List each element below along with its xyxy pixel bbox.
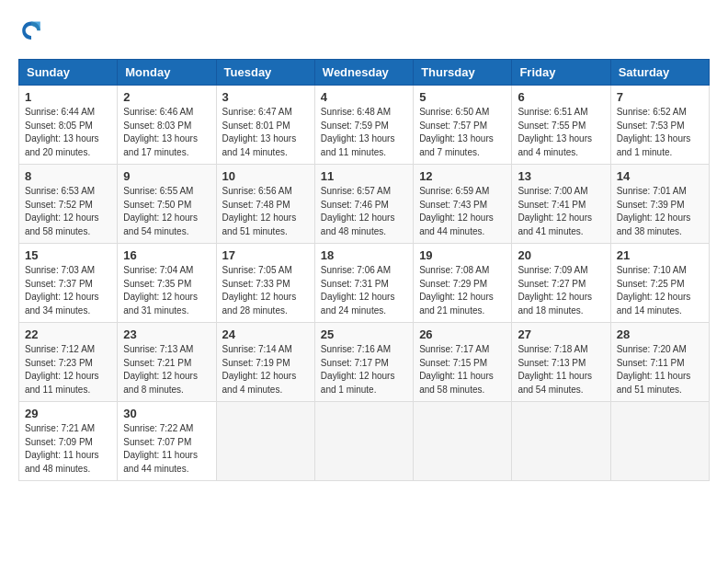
calendar-cell: 9 Sunrise: 6:55 AM Sunset: 7:50 PM Dayli… <box>118 165 216 244</box>
calendar-cell <box>216 402 314 481</box>
calendar-cell <box>512 402 610 481</box>
calendar-cell: 3 Sunrise: 6:47 AM Sunset: 8:01 PM Dayli… <box>216 86 314 165</box>
day-number: 10 <box>222 169 309 183</box>
day-info: Sunrise: 7:08 AM Sunset: 7:29 PM Dayligh… <box>419 264 506 317</box>
calendar-cell: 13 Sunrise: 7:00 AM Sunset: 7:41 PM Dayl… <box>512 165 610 244</box>
day-info: Sunrise: 7:10 AM Sunset: 7:25 PM Dayligh… <box>617 264 703 317</box>
day-info: Sunrise: 6:48 AM Sunset: 7:59 PM Dayligh… <box>321 106 407 159</box>
calendar-cell: 20 Sunrise: 7:09 AM Sunset: 7:27 PM Dayl… <box>512 244 610 323</box>
day-info: Sunrise: 7:20 AM Sunset: 7:11 PM Dayligh… <box>617 343 703 396</box>
calendar-cell: 19 Sunrise: 7:08 AM Sunset: 7:29 PM Dayl… <box>414 244 512 323</box>
day-info: Sunrise: 7:01 AM Sunset: 7:39 PM Dayligh… <box>617 185 703 238</box>
calendar-cell: 15 Sunrise: 7:03 AM Sunset: 7:37 PM Dayl… <box>19 244 118 323</box>
day-info: Sunrise: 7:09 AM Sunset: 7:27 PM Dayligh… <box>518 264 604 317</box>
calendar-week-1: 1 Sunrise: 6:44 AM Sunset: 8:05 PM Dayli… <box>19 86 710 165</box>
day-info: Sunrise: 7:18 AM Sunset: 7:13 PM Dayligh… <box>518 343 604 396</box>
page-header <box>18 18 710 44</box>
calendar-cell: 8 Sunrise: 6:53 AM Sunset: 7:52 PM Dayli… <box>19 165 118 244</box>
day-info: Sunrise: 7:14 AM Sunset: 7:19 PM Dayligh… <box>222 343 309 396</box>
calendar-cell: 18 Sunrise: 7:06 AM Sunset: 7:31 PM Dayl… <box>314 244 413 323</box>
weekday-header-saturday: Saturday <box>610 60 709 86</box>
calendar-cell: 26 Sunrise: 7:17 AM Sunset: 7:15 PM Dayl… <box>414 323 512 402</box>
day-info: Sunrise: 7:13 AM Sunset: 7:21 PM Dayligh… <box>123 343 210 396</box>
weekday-header-sunday: Sunday <box>19 60 118 86</box>
day-number: 4 <box>321 90 407 104</box>
day-info: Sunrise: 6:47 AM Sunset: 8:01 PM Dayligh… <box>222 106 309 159</box>
day-number: 5 <box>419 90 506 104</box>
day-info: Sunrise: 7:21 AM Sunset: 7:09 PM Dayligh… <box>25 422 111 476</box>
day-number: 9 <box>123 169 210 183</box>
day-info: Sunrise: 7:12 AM Sunset: 7:23 PM Dayligh… <box>25 343 111 396</box>
day-number: 7 <box>617 90 703 104</box>
day-number: 1 <box>25 90 111 104</box>
calendar-cell: 30 Sunrise: 7:22 AM Sunset: 7:07 PM Dayl… <box>118 402 216 481</box>
day-number: 17 <box>222 248 309 262</box>
day-info: Sunrise: 6:52 AM Sunset: 7:53 PM Dayligh… <box>617 106 703 159</box>
day-info: Sunrise: 6:56 AM Sunset: 7:48 PM Dayligh… <box>222 185 309 238</box>
day-info: Sunrise: 7:16 AM Sunset: 7:17 PM Dayligh… <box>321 343 407 396</box>
day-number: 29 <box>25 407 111 420</box>
weekday-header-monday: Monday <box>118 60 216 86</box>
day-info: Sunrise: 6:44 AM Sunset: 8:05 PM Dayligh… <box>25 106 111 159</box>
calendar-cell: 2 Sunrise: 6:46 AM Sunset: 8:03 PM Dayli… <box>118 86 216 165</box>
day-number: 30 <box>123 407 210 420</box>
calendar-cell: 21 Sunrise: 7:10 AM Sunset: 7:25 PM Dayl… <box>610 244 709 323</box>
day-number: 16 <box>123 248 210 262</box>
day-number: 15 <box>25 248 111 262</box>
day-number: 28 <box>617 327 703 341</box>
day-number: 20 <box>518 248 604 262</box>
day-number: 18 <box>321 248 407 262</box>
calendar-cell <box>414 402 512 481</box>
day-number: 22 <box>25 327 111 341</box>
day-number: 13 <box>518 169 604 183</box>
day-info: Sunrise: 6:53 AM Sunset: 7:52 PM Dayligh… <box>25 185 111 238</box>
calendar-cell: 17 Sunrise: 7:05 AM Sunset: 7:33 PM Dayl… <box>216 244 314 323</box>
day-number: 2 <box>123 90 210 104</box>
day-info: Sunrise: 6:59 AM Sunset: 7:43 PM Dayligh… <box>419 185 506 238</box>
day-info: Sunrise: 7:04 AM Sunset: 7:35 PM Dayligh… <box>123 264 210 317</box>
calendar-cell: 22 Sunrise: 7:12 AM Sunset: 7:23 PM Dayl… <box>19 323 118 402</box>
calendar-table: SundayMondayTuesdayWednesdayThursdayFrid… <box>18 59 710 481</box>
day-number: 25 <box>321 327 407 341</box>
calendar-cell: 27 Sunrise: 7:18 AM Sunset: 7:13 PM Dayl… <box>512 323 610 402</box>
calendar-cell: 1 Sunrise: 6:44 AM Sunset: 8:05 PM Dayli… <box>19 86 118 165</box>
calendar-cell: 6 Sunrise: 6:51 AM Sunset: 7:55 PM Dayli… <box>512 86 610 165</box>
calendar-week-2: 8 Sunrise: 6:53 AM Sunset: 7:52 PM Dayli… <box>19 165 710 244</box>
calendar-cell: 10 Sunrise: 6:56 AM Sunset: 7:48 PM Dayl… <box>216 165 314 244</box>
day-number: 26 <box>419 327 506 341</box>
day-number: 27 <box>518 327 604 341</box>
day-number: 8 <box>25 169 111 183</box>
day-info: Sunrise: 7:06 AM Sunset: 7:31 PM Dayligh… <box>321 264 407 317</box>
day-number: 24 <box>222 327 309 341</box>
day-number: 14 <box>617 169 703 183</box>
day-number: 11 <box>321 169 407 183</box>
day-info: Sunrise: 7:03 AM Sunset: 7:37 PM Dayligh… <box>25 264 111 317</box>
day-info: Sunrise: 6:50 AM Sunset: 7:57 PM Dayligh… <box>419 106 506 159</box>
day-number: 19 <box>419 248 506 262</box>
calendar-cell <box>610 402 709 481</box>
day-number: 23 <box>123 327 210 341</box>
day-info: Sunrise: 7:05 AM Sunset: 7:33 PM Dayligh… <box>222 264 309 317</box>
logo-icon <box>18 18 44 44</box>
calendar-cell: 14 Sunrise: 7:01 AM Sunset: 7:39 PM Dayl… <box>610 165 709 244</box>
weekday-header-thursday: Thursday <box>414 60 512 86</box>
calendar-cell: 25 Sunrise: 7:16 AM Sunset: 7:17 PM Dayl… <box>314 323 413 402</box>
day-number: 12 <box>419 169 506 183</box>
day-info: Sunrise: 7:00 AM Sunset: 7:41 PM Dayligh… <box>518 185 604 238</box>
day-info: Sunrise: 6:57 AM Sunset: 7:46 PM Dayligh… <box>321 185 407 238</box>
calendar-cell: 12 Sunrise: 6:59 AM Sunset: 7:43 PM Dayl… <box>414 165 512 244</box>
weekday-header-row: SundayMondayTuesdayWednesdayThursdayFrid… <box>19 60 710 86</box>
calendar-week-3: 15 Sunrise: 7:03 AM Sunset: 7:37 PM Dayl… <box>19 244 710 323</box>
weekday-header-wednesday: Wednesday <box>314 60 413 86</box>
calendar-cell: 7 Sunrise: 6:52 AM Sunset: 7:53 PM Dayli… <box>610 86 709 165</box>
day-number: 6 <box>518 90 604 104</box>
day-info: Sunrise: 6:46 AM Sunset: 8:03 PM Dayligh… <box>123 106 210 159</box>
day-number: 21 <box>617 248 703 262</box>
day-info: Sunrise: 6:55 AM Sunset: 7:50 PM Dayligh… <box>123 185 210 238</box>
day-info: Sunrise: 6:51 AM Sunset: 7:55 PM Dayligh… <box>518 106 604 159</box>
calendar-cell: 16 Sunrise: 7:04 AM Sunset: 7:35 PM Dayl… <box>118 244 216 323</box>
calendar-cell: 5 Sunrise: 6:50 AM Sunset: 7:57 PM Dayli… <box>414 86 512 165</box>
day-info: Sunrise: 7:17 AM Sunset: 7:15 PM Dayligh… <box>419 343 506 396</box>
calendar-week-4: 22 Sunrise: 7:12 AM Sunset: 7:23 PM Dayl… <box>19 323 710 402</box>
day-info: Sunrise: 7:22 AM Sunset: 7:07 PM Dayligh… <box>123 422 210 476</box>
